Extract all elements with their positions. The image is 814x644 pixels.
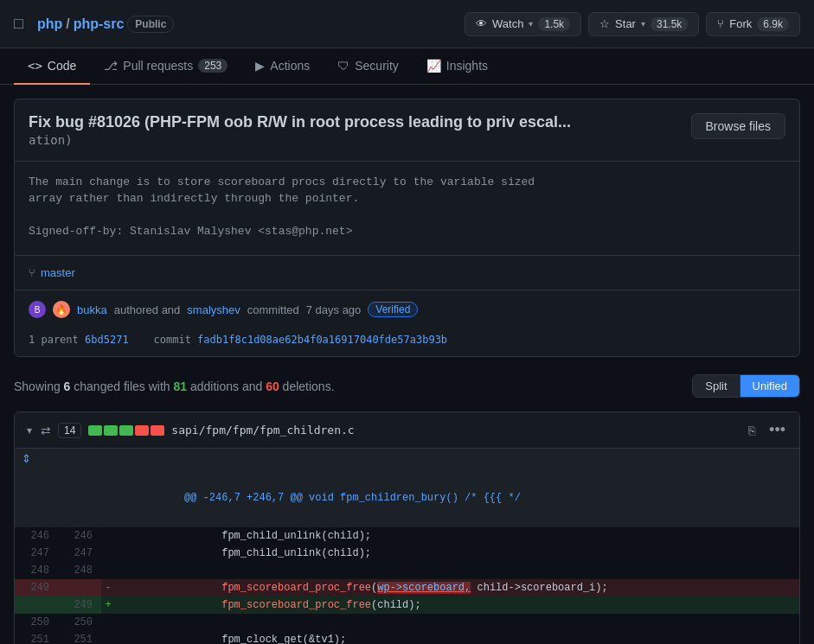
- star-label: Star: [615, 17, 636, 30]
- table-row: 246 246 fpm_child_unlink(child);: [15, 527, 799, 545]
- star-arrow: ▾: [641, 19, 645, 29]
- line-code: [115, 562, 799, 579]
- parent-label: 1 parent: [29, 334, 79, 346]
- copy-path-button[interactable]: ⎘: [745, 422, 759, 439]
- diff-expand-header[interactable]: ⇕: [15, 449, 799, 469]
- committed-label: committed: [247, 303, 299, 316]
- line-num-new: 251: [58, 631, 101, 644]
- changed-label: changed files: [74, 379, 145, 393]
- repo-owner[interactable]: php: [37, 16, 62, 32]
- eye-icon: 👁: [476, 17, 487, 30]
- line-code: fpm_child_unlink(child);: [115, 545, 799, 562]
- star-icon: ☆: [599, 17, 610, 30]
- browse-files-button[interactable]: Browse files: [691, 113, 785, 139]
- table-row: 250 250: [15, 614, 799, 631]
- line-code: fpm_scoreboard_proc_free(wp->scoreboard,…: [115, 579, 799, 596]
- line-sign: +: [101, 596, 115, 614]
- commit-hash-link[interactable]: fadb1f8c1d08ae62b4f0a16917040fde57a3b93b: [197, 334, 447, 346]
- showing-label: Showing: [14, 379, 61, 393]
- split-view-button[interactable]: Split: [693, 375, 740, 397]
- line-num-new: 246: [58, 527, 101, 545]
- hunk-ln2: [58, 469, 101, 527]
- line-sign: -: [101, 579, 115, 596]
- watch-label: Watch: [492, 17, 523, 30]
- diff-file: ▾ ⇄ 14 sapi/fpm/fpm/fpm_children.c ⎘ •••…: [14, 411, 800, 644]
- unified-view-button[interactable]: Unified: [740, 375, 799, 397]
- diff-icon: ⇄: [41, 424, 51, 437]
- pr-icon: ⎇: [104, 59, 118, 73]
- hunk-text: @@ -246,7 +246,7 @@ void fpm_children_bu…: [115, 469, 799, 527]
- commit-title-suffix: ation): [29, 133, 571, 147]
- repo-name[interactable]: php-src: [74, 16, 125, 32]
- parent-hash-link[interactable]: 6bd5271: [85, 334, 129, 346]
- star-button[interactable]: ☆ Star ▾ 31.5k: [588, 12, 699, 36]
- actions-icon: ▶: [255, 59, 265, 73]
- diff-file-path: sapi/fpm/fpm/fpm_children.c: [171, 424, 354, 437]
- expand-icon: ⇕: [22, 452, 31, 465]
- tab-code-label: Code: [48, 59, 76, 73]
- commit-body-line3: [29, 208, 785, 221]
- deletions-label: deletions: [283, 379, 331, 393]
- repo-separator: /: [66, 16, 69, 32]
- line-num-old: 247: [15, 545, 58, 562]
- table-row: 249 - fpm_scoreboard_proc_free(wp->score…: [15, 579, 799, 596]
- line-num-new: 248: [58, 562, 101, 579]
- line-sign: [101, 562, 115, 579]
- commit-header: Fix bug #81026 (PHP-FPM oob R/W in root …: [15, 99, 799, 162]
- commit-title-text: Fix bug #81026 (PHP-FPM oob R/W in root …: [29, 113, 571, 131]
- author2-link[interactable]: smalyshev: [187, 303, 240, 316]
- fork-count: 6.9k: [757, 17, 789, 31]
- line-sign: [101, 545, 115, 562]
- repo-octicon: □: [14, 15, 23, 33]
- tab-actions-label: Actions: [270, 59, 310, 73]
- line-code: fpm_clock_get(&tv1);: [115, 631, 799, 644]
- commit-box: Fix bug #81026 (PHP-FPM oob R/W in root …: [14, 99, 800, 357]
- tab-insights[interactable]: 📈 Insights: [413, 48, 502, 85]
- fork-button[interactable]: ⑂ Fork 6.9k: [706, 12, 800, 36]
- tab-security-label: Security: [355, 59, 399, 73]
- line-sign: [101, 614, 115, 631]
- author1-link[interactable]: bukka: [77, 303, 107, 316]
- file-toggle-button[interactable]: ▾: [25, 423, 34, 438]
- diff-table: @@ -246,7 +246,7 @@ void fpm_children_bu…: [15, 469, 799, 644]
- diff-bar-add3: [119, 425, 133, 436]
- deletions-count: 60: [266, 379, 279, 393]
- tab-security[interactable]: 🛡 Security: [324, 48, 413, 85]
- tab-pull-requests[interactable]: ⎇ Pull requests 253: [90, 48, 241, 85]
- diff-file-actions: ⎘ •••: [745, 419, 789, 441]
- watch-button[interactable]: 👁 Watch ▾ 1.5k: [465, 12, 581, 36]
- tab-code[interactable]: <> Code: [14, 48, 90, 85]
- branch-icon: ⑂: [29, 266, 35, 279]
- author1-avatar: B: [29, 301, 46, 318]
- hunk-header-1: @@ -246,7 +246,7 @@ void fpm_children_bu…: [15, 469, 799, 527]
- insights-icon: 📈: [426, 59, 441, 73]
- tab-actions[interactable]: ▶ Actions: [241, 48, 324, 85]
- additions-count: 81: [173, 379, 187, 393]
- commit-label: commit: [154, 334, 191, 346]
- diff-bar-add1: [88, 425, 102, 436]
- line-code: [115, 614, 799, 631]
- branch-link[interactable]: master: [41, 266, 75, 279]
- hunk-ln1: [15, 469, 58, 527]
- commit-meta: B 🔥 bukka authored and smalyshev committ…: [15, 290, 799, 328]
- change-count-badge: 14: [58, 423, 81, 438]
- diff-bar-del2: [151, 425, 164, 436]
- with-label: with: [149, 379, 170, 393]
- watch-arrow: ▾: [529, 19, 533, 29]
- fork-label: Fork: [729, 17, 752, 30]
- view-toggle: Split Unified: [692, 374, 800, 398]
- line-num-old: 251: [15, 631, 58, 644]
- more-options-button[interactable]: •••: [766, 419, 789, 441]
- tab-insights-label: Insights: [446, 59, 488, 73]
- top-nav: □ php / php-src Public 👁 Watch ▾ 1.5k ☆ …: [0, 0, 814, 48]
- diff-file-header: ▾ ⇄ 14 sapi/fpm/fpm/fpm_children.c ⎘ •••: [15, 412, 799, 449]
- commit-title: Fix bug #81026 (PHP-FPM oob R/W in root …: [29, 113, 571, 147]
- diff-bar-del1: [135, 425, 149, 436]
- diff-bar-add2: [104, 425, 118, 436]
- line-num-old: [15, 596, 58, 614]
- hunk-sign: [101, 469, 115, 527]
- table-row: 247 247 fpm_child_unlink(child);: [15, 545, 799, 562]
- main-content: Fix bug #81026 (PHP-FPM oob R/W in root …: [0, 85, 814, 644]
- star-count: 31.5k: [651, 17, 688, 31]
- line-num-new: 250: [58, 614, 101, 631]
